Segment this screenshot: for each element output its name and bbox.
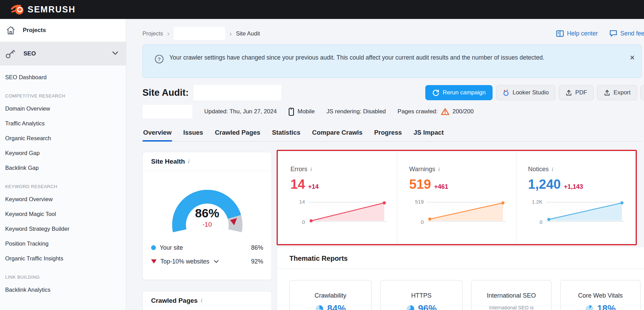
chat-bubble-icon — [610, 30, 617, 37]
axis-bottom-label: 0 — [421, 219, 424, 225]
errors-value: 14 — [290, 177, 305, 192]
sidebar-item-keyword-magic-tool[interactable]: Keyword Magic Tool — [5, 207, 126, 221]
sidebar: Projects SEO SEO Dashboard COMPETITIVE R… — [0, 19, 126, 310]
crawlability-title: Crawlability — [290, 292, 371, 299]
topbar: SEMRUSH — [0, 0, 644, 19]
close-icon[interactable]: ✕ — [630, 54, 635, 62]
sidebar-item-backlink-gap[interactable]: Backlink Gap — [5, 161, 126, 175]
site-health-delta: -10 — [156, 221, 259, 228]
sidebar-section-keyword-research: KEYWORD RESEARCH — [5, 175, 126, 192]
redacted-project-name — [174, 27, 225, 40]
pages-crawled-label: Pages crawled: — [398, 108, 438, 115]
warnings-column[interactable]: Warnings i 519 +461 519 0 — [397, 152, 516, 243]
sidebar-seo-label: SEO — [23, 50, 36, 57]
rerun-campaign-button[interactable]: Rerun campaign — [425, 85, 493, 100]
sidebar-item-organic-traffic[interactable]: Organic Traffic Insights — [5, 251, 126, 266]
notices-value: 1,240 — [528, 177, 561, 192]
tab-compare-crawls[interactable]: Compare Crawls — [311, 127, 363, 141]
refresh-icon — [432, 89, 439, 96]
info-icon[interactable]: i — [188, 159, 189, 164]
export-button[interactable]: Export — [597, 85, 637, 100]
international-seo-title: International SEO — [472, 292, 551, 299]
thematic-card-core-web-vitals[interactable]: Core Web Vitals 18% — [560, 280, 641, 310]
top10-label: Top-10% websites — [160, 258, 209, 265]
page-title: Site Audit: — [142, 87, 189, 98]
looker-studio-button[interactable]: Looker Studio — [496, 85, 555, 100]
sidebar-item-backlink-analytics[interactable]: Backlink Analytics — [5, 282, 126, 297]
thematic-card-crawlability[interactable]: Crawlability 84% — [289, 280, 371, 310]
site-health-gauge: 86% -10 — [156, 177, 259, 236]
blue-dot-icon — [151, 245, 156, 250]
errors-column[interactable]: Errors i 14 +14 14 0 — [279, 152, 397, 243]
looker-studio-label: Looker Studio — [513, 89, 549, 96]
crawlability-value: 84% — [327, 303, 346, 310]
thematic-card-international-seo[interactable]: International SEO International SEO is — [471, 280, 552, 310]
upload-icon — [565, 89, 572, 96]
axis-top-label: 14 — [299, 199, 305, 205]
tab-progress[interactable]: Progress — [374, 127, 403, 141]
tab-overview[interactable]: Overview — [142, 127, 172, 141]
sidebar-item-keyword-strategy[interactable]: Keyword Strategy Builder — [5, 221, 126, 236]
crawled-pages-title: Crawled Pages — [151, 297, 198, 304]
device-label: Mobile — [297, 108, 315, 115]
chevron-down-icon[interactable] — [214, 260, 219, 263]
sidebar-item-domain-overview[interactable]: Domain Overview — [5, 101, 126, 116]
sidebar-item-keyword-overview[interactable]: Keyword Overview — [5, 192, 126, 207]
https-title: HTTPS — [380, 292, 462, 299]
tab-issues[interactable]: Issues — [182, 127, 204, 141]
legend-top10-websites[interactable]: Top-10% websites 92% — [151, 255, 263, 268]
sidebar-item-traffic-analytics[interactable]: Traffic Analytics — [5, 116, 126, 131]
crawler-settings-banner: ? Your crawler settings have changed sin… — [142, 44, 642, 78]
axis-bottom-label: 0 — [539, 219, 542, 225]
pdf-button[interactable]: PDF — [559, 85, 594, 100]
upload-icon — [604, 89, 611, 96]
info-icon[interactable]: i — [310, 167, 312, 172]
issues-metrics-card: Errors i 14 +14 14 0 — [279, 152, 635, 243]
sidebar-projects-label: Projects — [23, 27, 46, 34]
pages-crawled-value: 200/200 — [453, 108, 474, 115]
sidebar-item-seo-dashboard[interactable]: SEO Dashboard — [5, 70, 126, 85]
info-icon[interactable]: i — [552, 167, 553, 172]
breadcrumb-projects[interactable]: Projects — [142, 30, 163, 37]
notices-label: Notices — [528, 166, 549, 173]
tab-js-impact[interactable]: JS Impact — [413, 127, 444, 141]
errors-label: Errors — [290, 166, 307, 173]
help-center-label: Help center — [567, 30, 598, 37]
sidebar-item-organic-research[interactable]: Organic Research — [5, 131, 126, 146]
notices-sparkline: 1.2K 0 — [528, 198, 635, 225]
thematic-reports-card: Thematic Reports Crawlability 84% — [277, 247, 644, 310]
info-icon[interactable]: i — [438, 167, 440, 172]
your-site-label: Your site — [160, 244, 183, 251]
js-rendering-status: JS rendering: Disabled — [327, 108, 386, 115]
sidebar-item-keyword-gap[interactable]: Keyword Gap — [5, 146, 126, 161]
send-feedback-link[interactable]: Send feedback — [610, 30, 644, 37]
sidebar-section-link-building: LINK BUILDING — [5, 266, 126, 282]
logo-text: SEMRUSH — [28, 4, 76, 14]
sidebar-item-seo[interactable]: SEO — [0, 42, 126, 65]
sidebar-item-projects[interactable]: Projects — [0, 19, 126, 42]
question-circle-icon: ? — [155, 54, 164, 78]
thematic-reports-title: Thematic Reports — [277, 247, 644, 269]
semrush-logo[interactable]: SEMRUSH — [10, 4, 76, 16]
book-icon — [556, 30, 564, 37]
warnings-delta: +461 — [434, 183, 448, 190]
breadcrumb: Projects › › Site Audit — [142, 27, 260, 40]
axis-top-label: 1.2K — [532, 199, 543, 205]
settings-button[interactable]: ⚙ — [641, 85, 644, 100]
your-site-value: 86% — [251, 244, 263, 251]
thematic-card-https[interactable]: HTTPS 96% — [380, 280, 463, 310]
axis-top-label: 519 — [415, 199, 424, 205]
sidebar-item-position-tracking[interactable]: Position Tracking — [5, 236, 126, 251]
chevron-down-icon[interactable] — [112, 51, 118, 55]
help-center-link[interactable]: Help center — [556, 30, 598, 37]
warning-triangle-icon[interactable] — [441, 108, 449, 115]
export-label: Export — [614, 89, 631, 96]
send-feedback-label: Send feedback — [620, 30, 644, 37]
tab-crawled-pages[interactable]: Crawled Pages — [214, 127, 261, 141]
tab-statistics[interactable]: Statistics — [271, 127, 301, 141]
site-health-score: 86% — [156, 206, 259, 220]
notices-column[interactable]: Notices i 1,240 +1,143 1.2K 0 — [516, 152, 635, 243]
redacted-domain-name — [194, 85, 281, 101]
errors-delta: +14 — [308, 183, 319, 190]
info-icon[interactable]: i — [201, 298, 202, 303]
